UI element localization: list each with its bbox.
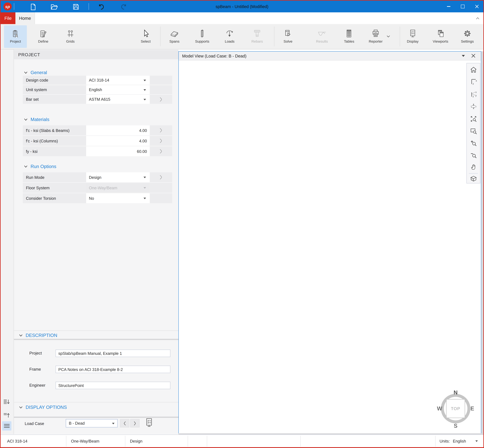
results-icon xyxy=(317,25,326,38)
minimize-button[interactable] xyxy=(441,1,456,12)
pan-icon[interactable] xyxy=(469,162,478,171)
model-view-title: Model View (Load Case: B - Dead) xyxy=(182,54,246,58)
svg-text:x: x xyxy=(476,79,477,82)
ribbon-button-define[interactable]: Define xyxy=(32,25,55,48)
iso-view-icon[interactable] xyxy=(469,175,478,183)
divider xyxy=(14,402,178,402)
solve-icon xyxy=(284,25,292,38)
bar-set-dropdown[interactable]: ASTM A615 xyxy=(86,95,150,104)
model-view-title-bar[interactable]: Model View (Load Case: B - Dead) xyxy=(179,52,481,61)
section-description-header[interactable]: DESCRIPTION xyxy=(19,333,57,338)
unit-system-dropdown[interactable]: English xyxy=(86,85,150,94)
zoom-in-icon[interactable] xyxy=(469,139,478,147)
zoom-window-icon[interactable] xyxy=(469,127,478,135)
project-panel-header: PROJECT xyxy=(14,50,178,59)
divider xyxy=(14,330,178,331)
row-fy: fy - ksi 60.00 xyxy=(23,146,172,156)
engineer-field-input[interactable]: StructurePoint xyxy=(56,382,170,389)
status-units-dropdown[interactable]: English xyxy=(453,435,466,448)
ribbon-button-solve[interactable]: Solve xyxy=(277,25,299,48)
zoom-extents-icon[interactable] xyxy=(469,114,478,123)
ribbon-button-supports[interactable]: Supports xyxy=(191,25,214,48)
ribbon-button-project[interactable]: Project xyxy=(4,25,27,48)
consider-torsion-dropdown[interactable]: No xyxy=(86,193,150,203)
maximize-button[interactable] xyxy=(456,1,470,12)
divider xyxy=(207,436,207,447)
frame-field-label: Frame xyxy=(29,367,41,371)
run-options-table: Run Mode Design Floor System One-Way/Bea… xyxy=(23,172,172,204)
fc-columns-more-button[interactable] xyxy=(150,136,172,146)
view-toolbar: xz xyz xyxy=(466,63,480,184)
fc-slabs-more-button[interactable] xyxy=(150,125,172,135)
chevron-down-icon xyxy=(24,71,27,74)
window-gutter xyxy=(481,51,484,434)
view-compass[interactable]: TOP N S W E xyxy=(436,389,476,429)
close-button[interactable] xyxy=(470,1,484,12)
design-code-dropdown[interactable]: ACI 318-14 xyxy=(86,76,150,85)
section-materials-header[interactable]: Materials xyxy=(24,117,49,122)
panel-menu-button[interactable] xyxy=(2,421,11,430)
expand-all-button[interactable] xyxy=(2,398,11,407)
display-options-button[interactable] xyxy=(144,417,154,429)
model-view-menu-icon[interactable] xyxy=(462,55,465,57)
divider xyxy=(274,27,274,46)
fc-slabs-input[interactable]: 4.00 xyxy=(86,125,150,135)
collapse-all-button[interactable] xyxy=(2,411,11,419)
ribbon-button-display[interactable]: Display xyxy=(401,25,424,48)
svg-text:z: z xyxy=(473,95,474,98)
row-design-code: Design code ACI 318-14 xyxy=(23,76,172,85)
divider xyxy=(14,339,178,340)
row-consider-torsion: Consider Torsion No xyxy=(23,193,172,203)
reporter-dropdown-icon[interactable] xyxy=(387,34,390,39)
ribbon-button-reporter[interactable]: Reporter xyxy=(364,25,387,48)
section-display-options-header[interactable]: DISPLAY OPTIONS xyxy=(19,405,67,410)
rotate-view-icon[interactable] xyxy=(469,102,478,111)
fc-columns-input[interactable]: 4.00 xyxy=(86,136,150,146)
project-icon xyxy=(11,25,19,38)
ribbon-button-select[interactable]: Select xyxy=(134,25,157,48)
bar-set-more-button[interactable] xyxy=(150,95,172,104)
project-field-input[interactable]: spSlab/spBeam Manual, Example 1 xyxy=(56,350,170,357)
tab-home[interactable]: Home xyxy=(15,12,35,24)
model-view-canvas[interactable] xyxy=(179,61,481,433)
ribbon-button-rebars: Rebars xyxy=(246,25,269,48)
frame-field-input[interactable]: PCA Notes on ACI 318-Example 8-2 xyxy=(56,366,170,373)
load-case-dropdown[interactable]: B - Dead xyxy=(66,419,118,427)
section-general-header[interactable]: General xyxy=(24,70,47,75)
zoom-out-icon[interactable] xyxy=(469,151,478,159)
tab-file[interactable]: File xyxy=(1,12,16,24)
ribbon-button-tables[interactable]: Tables xyxy=(338,25,360,48)
load-case-previous-button[interactable] xyxy=(120,419,129,427)
svg-text:z: z xyxy=(473,82,474,85)
ribbon-tab-row: File Home xyxy=(0,12,484,24)
ribbon-button-grids[interactable]: Grids xyxy=(59,25,82,48)
dropdown-arrow-icon xyxy=(143,99,146,100)
ribbon-button-settings[interactable]: Settings xyxy=(456,25,479,48)
compass-top-label: TOP xyxy=(451,406,460,411)
define-icon xyxy=(39,25,47,38)
home-view-icon[interactable] xyxy=(469,65,478,74)
row-fc-slabs: f'c - ksi (Slabs & Beams) 4.00 xyxy=(23,125,172,135)
run-mode-more-button[interactable] xyxy=(150,172,172,182)
dropdown-arrow-icon xyxy=(476,440,478,442)
display-icon xyxy=(409,25,417,38)
panel-title: PROJECT xyxy=(18,52,40,57)
collapse-ribbon-icon[interactable] xyxy=(476,16,480,21)
ribbon-button-spans[interactable]: Spans xyxy=(163,25,186,48)
divider xyxy=(300,436,301,447)
run-mode-dropdown[interactable]: Design xyxy=(86,172,150,182)
ribbon-button-viewports[interactable]: Viewports xyxy=(429,25,452,48)
divider xyxy=(188,436,188,447)
fy-input[interactable]: 60.00 xyxy=(86,146,150,156)
compass-west-label: W xyxy=(437,405,442,412)
window-border-right xyxy=(483,0,484,448)
model-view-close-icon[interactable] xyxy=(471,54,475,59)
chevron-down-icon xyxy=(19,334,23,336)
ribbon-button-loads[interactable]: Loads xyxy=(218,25,241,48)
view-xyz-icon[interactable]: xyz xyxy=(469,90,478,98)
section-run-options-header[interactable]: Run Options xyxy=(24,164,56,169)
fy-more-button[interactable] xyxy=(150,146,172,156)
view-xz-icon[interactable]: xz xyxy=(469,78,478,86)
load-case-next-button[interactable] xyxy=(130,419,140,427)
left-rail xyxy=(0,49,14,434)
